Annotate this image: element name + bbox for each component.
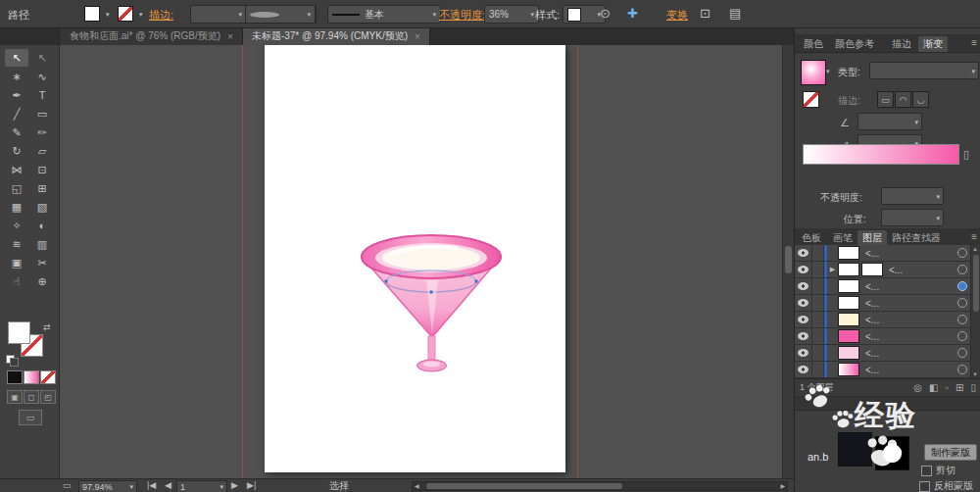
free-transform-tool[interactable]: ⊡ xyxy=(30,161,54,178)
tab-color[interactable]: 颜色 xyxy=(799,36,828,52)
panel-menu-icon[interactable]: ≡ xyxy=(971,37,977,48)
fill-color-swatch[interactable] xyxy=(8,321,30,344)
tab-swatches[interactable]: 色板 xyxy=(797,230,826,246)
layer-row[interactable]: <... xyxy=(795,362,980,378)
layer-target-icon[interactable] xyxy=(957,265,967,274)
gradient-angle-dropdown[interactable]: ▾ xyxy=(858,113,922,130)
checkbox-icon[interactable] xyxy=(921,466,932,476)
default-fill-stroke-icon[interactable] xyxy=(6,355,19,366)
document-tab-inactive[interactable]: 食物和店面.ai* @ 76% (RGB/预览)× xyxy=(61,27,243,45)
line-segment-tool[interactable]: ╱ xyxy=(5,105,28,123)
rectangle-tool[interactable]: ▭ xyxy=(30,105,54,123)
magic-wand-tool[interactable]: ∗ xyxy=(5,68,28,85)
gradient-type-dropdown[interactable]: ▾ xyxy=(869,62,979,79)
gradient-stroke-none-swatch[interactable] xyxy=(803,91,819,108)
new-layer-icon[interactable]: ⊞ xyxy=(956,382,963,393)
gradient-tool[interactable]: ▧ xyxy=(30,198,54,216)
layer-row[interactable]: ▶<... xyxy=(795,262,980,278)
layer-target-icon[interactable] xyxy=(957,348,967,358)
canvas[interactable] xyxy=(59,45,794,478)
zoom-tool[interactable]: ⊕ xyxy=(30,272,54,290)
direct-selection-tool[interactable]: ↖ xyxy=(30,49,54,67)
lock-toggle[interactable] xyxy=(812,362,824,377)
document-tab-active[interactable]: 未标题-37* @ 97.94% (CMYK/预览)× xyxy=(243,27,430,45)
artboard[interactable] xyxy=(265,45,565,472)
lock-toggle[interactable] xyxy=(812,328,824,344)
horizontal-scrollbar[interactable]: ◀ ▶ xyxy=(412,481,788,491)
delete-layer-icon[interactable]: ▯ xyxy=(970,382,976,393)
scroll-right-icon[interactable]: ▶ xyxy=(780,483,785,489)
artboard-tool[interactable]: ▣ xyxy=(5,254,28,271)
vertical-guide-left[interactable] xyxy=(242,45,243,478)
slice-tool[interactable]: ✂ xyxy=(30,254,54,271)
visibility-toggle[interactable] xyxy=(795,278,812,294)
locate-object-icon[interactable]: ◎ xyxy=(913,382,922,393)
visibility-toggle[interactable] xyxy=(795,295,812,311)
panel-menu-icon[interactable]: ≡ xyxy=(971,231,977,242)
layer-thumbnail[interactable] xyxy=(861,263,883,276)
visibility-toggle[interactable] xyxy=(795,312,812,327)
layer-target-icon-selected[interactable] xyxy=(957,281,967,291)
tab-brushes[interactable]: 画笔 xyxy=(828,230,858,246)
tab-gradient[interactable]: 渐变 xyxy=(918,36,948,52)
layer-label[interactable]: <... xyxy=(865,365,957,375)
anchor-point[interactable] xyxy=(475,280,478,283)
column-graph-tool[interactable]: ▥ xyxy=(30,235,54,253)
effects-icon[interactable]: ✚ xyxy=(627,7,638,20)
layer-label[interactable]: <... xyxy=(865,348,957,359)
artboard-navigation-dropdown[interactable]: 1▾ xyxy=(176,480,227,492)
martini-glass-artwork[interactable] xyxy=(265,45,565,472)
checkbox-icon[interactable] xyxy=(919,481,930,492)
mask-thumbnail[interactable] xyxy=(875,436,909,470)
zoom-dropdown[interactable]: 97.94%▾ xyxy=(78,480,137,492)
layer-label[interactable]: <... xyxy=(865,248,957,259)
color-button[interactable] xyxy=(7,370,23,384)
gradient-swatch[interactable] xyxy=(801,60,826,85)
brush-definition-dropdown[interactable]: 基本▾ xyxy=(327,5,441,24)
layer-row[interactable]: <... xyxy=(795,278,980,295)
invert-mask-checkbox-row[interactable]: 反相蒙版 xyxy=(919,479,973,492)
vertical-scrollbar-thumb[interactable] xyxy=(785,246,792,273)
clip-checkbox-row[interactable]: 剪切 xyxy=(921,464,956,477)
layer-thumbnail[interactable] xyxy=(838,279,859,293)
width-profile-dropdown[interactable]: ▾ xyxy=(245,5,316,24)
layer-label[interactable]: <... xyxy=(865,315,957,325)
close-icon[interactable]: × xyxy=(227,31,233,42)
layer-thumbnail[interactable] xyxy=(838,263,859,276)
stroke-color-dropdown[interactable]: ▾ xyxy=(118,6,143,22)
draw-behind-button[interactable]: ◻ xyxy=(24,390,39,404)
object-thumbnail[interactable] xyxy=(838,432,872,467)
tab-color-guide[interactable]: 颜色参考 xyxy=(830,36,879,52)
layer-row[interactable]: <... xyxy=(795,312,980,328)
layer-thumbnail[interactable] xyxy=(838,346,859,360)
stroke-panel-link[interactable]: 描边: xyxy=(149,8,173,23)
chevron-down-icon[interactable]: ▾ xyxy=(826,68,830,75)
scale-tool[interactable]: ▱ xyxy=(30,142,54,160)
first-artboard-icon[interactable]: |◀ xyxy=(147,481,156,490)
draw-normal-button[interactable]: ▣ xyxy=(7,390,23,404)
visibility-toggle[interactable] xyxy=(795,262,812,277)
lock-toggle[interactable] xyxy=(812,262,824,277)
scroll-left-icon[interactable]: ◀ xyxy=(415,483,419,489)
none-button[interactable] xyxy=(40,370,56,384)
hand-tool[interactable]: ☝ xyxy=(5,272,28,290)
tab-pathfinder[interactable]: 路径查找器 xyxy=(887,230,946,246)
trash-icon[interactable]: ▯ xyxy=(963,148,969,161)
screen-mode-button[interactable]: ▭ xyxy=(19,410,42,425)
eyedropper-tool[interactable]: ✧ xyxy=(5,217,28,234)
scroll-up-icon[interactable]: ▲ xyxy=(972,246,978,252)
layer-label[interactable]: <... xyxy=(889,265,957,275)
anchor-point[interactable] xyxy=(430,291,433,294)
tab-stroke[interactable]: 描边 xyxy=(887,36,916,52)
layer-row[interactable]: <... xyxy=(795,328,980,345)
vertical-scrollbar[interactable] xyxy=(782,45,794,478)
swap-fill-stroke-icon[interactable]: ⇄ xyxy=(43,322,51,332)
pencil-tool[interactable]: ✏ xyxy=(30,123,54,141)
vertical-guide-right[interactable] xyxy=(577,45,578,478)
stroke-gradient-within-icon[interactable]: ▭ xyxy=(877,91,894,108)
layer-row[interactable]: <... xyxy=(795,345,980,362)
layer-label[interactable]: <... xyxy=(865,331,957,342)
paintbrush-tool[interactable]: ✎ xyxy=(5,123,28,141)
lock-toggle[interactable] xyxy=(812,278,824,294)
layer-row[interactable]: <... xyxy=(795,245,980,262)
